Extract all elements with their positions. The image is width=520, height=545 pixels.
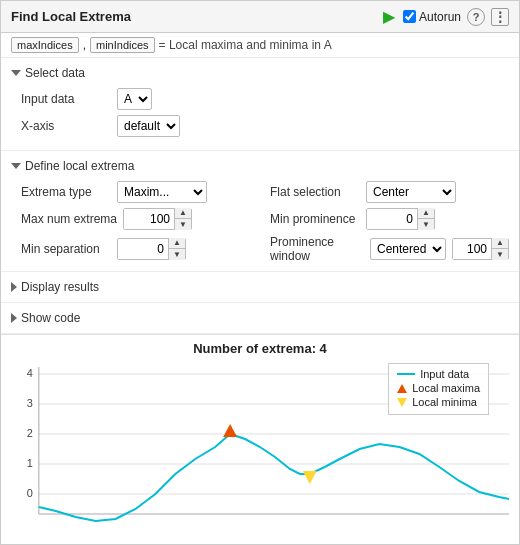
define-extrema-toggle-icon — [11, 163, 21, 169]
show-code-label: Show code — [21, 311, 80, 325]
svg-text:0: 0 — [27, 487, 33, 499]
max-num-label: Max num extrema — [21, 212, 117, 226]
define-extrema-body: Extrema type Maxim... Flat selection Cen… — [11, 177, 509, 267]
extrema-row1: Extrema type Maxim... Flat selection Cen… — [21, 181, 509, 203]
min-prom-label: Min prominence — [270, 212, 360, 226]
extrema-type-col: Extrema type Maxim... — [21, 181, 260, 203]
min-sep-input[interactable]: 0 — [118, 239, 168, 259]
svg-text:2: 2 — [27, 427, 33, 439]
display-results-header[interactable]: Display results — [11, 276, 509, 298]
max-num-col: Max num extrema 100 ▲ ▼ — [21, 208, 260, 230]
flat-sel-select[interactable]: Center — [366, 181, 456, 203]
chart-legend: Input data Local maxima Local minima — [388, 363, 489, 415]
chart-area: Number of extrema: 4 4 3 2 1 0 — [1, 334, 519, 544]
min-prom-up[interactable]: ▲ — [418, 208, 434, 219]
main-panel: Find Local Extrema ▶ Autorun ? ⋮ maxIndi… — [0, 0, 520, 545]
svg-marker-13 — [303, 471, 317, 484]
prom-win-up[interactable]: ▲ — [492, 238, 508, 249]
legend-local-maxima: Local maxima — [397, 382, 480, 394]
max-num-down[interactable]: ▼ — [175, 219, 191, 230]
select-data-toggle-icon — [11, 70, 21, 76]
legend-input-data-line — [397, 373, 415, 375]
x-axis-label: X-axis — [21, 119, 111, 133]
output-badge-min: minIndices — [90, 37, 155, 53]
extrema-row3: Min separation 0 ▲ ▼ Prominence window C… — [21, 235, 509, 263]
define-extrema-label: Define local extrema — [25, 159, 134, 173]
show-code-section: Show code — [1, 303, 519, 334]
output-separator: , — [83, 38, 86, 52]
output-description: = Local maxima and minima in A — [159, 38, 332, 52]
min-prom-spinner-btns: ▲ ▼ — [417, 208, 434, 230]
max-num-up[interactable]: ▲ — [175, 208, 191, 219]
legend-local-minima: Local minima — [397, 396, 480, 408]
prom-win-select[interactable]: Centered — [370, 238, 446, 260]
min-prom-down[interactable]: ▼ — [418, 219, 434, 230]
prom-win-down[interactable]: ▼ — [492, 249, 508, 260]
select-data-label: Select data — [25, 66, 85, 80]
run-button[interactable]: ▶ — [381, 7, 397, 26]
display-results-label: Display results — [21, 280, 99, 294]
svg-marker-12 — [223, 424, 237, 437]
input-data-label: Input data — [21, 92, 111, 106]
output-badge-max: maxIndices — [11, 37, 79, 53]
input-data-select[interactable]: A — [117, 88, 152, 110]
legend-minima-label: Local minima — [412, 396, 477, 408]
panel-header: Find Local Extrema ▶ Autorun ? ⋮ — [1, 1, 519, 33]
legend-minima-icon — [397, 398, 407, 407]
min-sep-label: Min separation — [21, 242, 111, 256]
flat-sel-col: Flat selection Center — [270, 181, 509, 203]
help-button[interactable]: ? — [467, 8, 485, 26]
show-code-toggle-icon — [11, 313, 17, 323]
min-prom-spinner: 0 ▲ ▼ — [366, 208, 435, 230]
legend-maxima-label: Local maxima — [412, 382, 480, 394]
max-num-input[interactable]: 100 — [124, 209, 174, 229]
input-data-row: Input data A — [21, 88, 509, 110]
x-axis-select[interactable]: default — [117, 115, 180, 137]
extrema-row2: Max num extrema 100 ▲ ▼ Min prominence 0 — [21, 208, 509, 230]
flat-sel-label: Flat selection — [270, 185, 360, 199]
chart-title: Number of extrema: 4 — [1, 335, 519, 356]
header-controls: ▶ Autorun ? ⋮ — [381, 7, 509, 26]
max-num-spinner: 100 ▲ ▼ — [123, 208, 192, 230]
select-data-header[interactable]: Select data — [11, 62, 509, 84]
legend-maxima-icon — [397, 384, 407, 393]
min-sep-down[interactable]: ▼ — [169, 249, 185, 260]
extrema-type-select[interactable]: Maxim... — [117, 181, 207, 203]
output-line: maxIndices , minIndices = Local maxima a… — [1, 33, 519, 58]
panel-title: Find Local Extrema — [11, 9, 131, 24]
select-data-section: Select data Input data A X-axis default — [1, 58, 519, 151]
min-sep-spinner: 0 ▲ ▼ — [117, 238, 186, 260]
x-axis-row: X-axis default — [21, 115, 509, 137]
prom-win-spinner: 100 ▲ ▼ — [452, 238, 509, 260]
min-sep-col: Min separation 0 ▲ ▼ — [21, 235, 260, 263]
autorun-label: Autorun — [419, 10, 461, 24]
more-button[interactable]: ⋮ — [491, 8, 509, 26]
prom-win-label: Prominence window — [270, 235, 364, 263]
select-data-body: Input data A X-axis default — [11, 84, 509, 146]
svg-text:1: 1 — [27, 457, 33, 469]
display-results-toggle-icon — [11, 282, 17, 292]
svg-text:4: 4 — [27, 367, 33, 379]
prom-win-col: Prominence window Centered 100 ▲ ▼ — [270, 235, 509, 263]
define-extrema-section: Define local extrema Extrema type Maxim.… — [1, 151, 519, 272]
extrema-type-label: Extrema type — [21, 185, 111, 199]
min-prom-input[interactable]: 0 — [367, 209, 417, 229]
autorun-checkbox[interactable] — [403, 10, 416, 23]
min-sep-spinner-btns: ▲ ▼ — [168, 238, 185, 260]
display-results-section: Display results — [1, 272, 519, 303]
show-code-header[interactable]: Show code — [11, 307, 509, 329]
svg-text:3: 3 — [27, 397, 33, 409]
prom-win-input[interactable]: 100 — [453, 239, 491, 259]
legend-input-data: Input data — [397, 368, 480, 380]
legend-input-data-label: Input data — [420, 368, 469, 380]
prom-win-spinner-btns: ▲ ▼ — [491, 238, 508, 260]
min-sep-up[interactable]: ▲ — [169, 238, 185, 249]
autorun-container: Autorun — [403, 10, 461, 24]
define-extrema-header[interactable]: Define local extrema — [11, 155, 509, 177]
max-num-spinner-btns: ▲ ▼ — [174, 208, 191, 230]
min-prom-col: Min prominence 0 ▲ ▼ — [270, 208, 509, 230]
